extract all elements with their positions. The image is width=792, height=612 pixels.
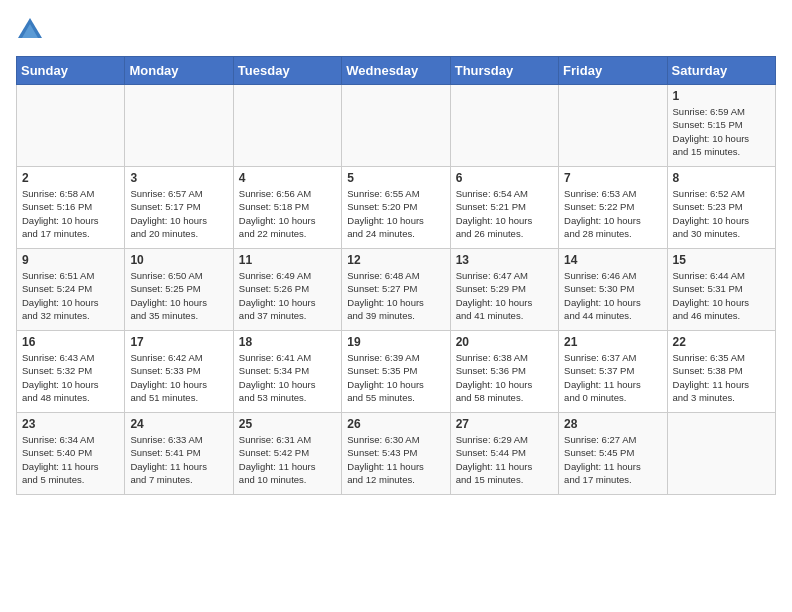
weekday-header: Tuesday xyxy=(233,57,341,85)
day-info: Sunrise: 6:39 AM Sunset: 5:35 PM Dayligh… xyxy=(347,351,444,404)
calendar-cell: 11Sunrise: 6:49 AM Sunset: 5:26 PM Dayli… xyxy=(233,249,341,331)
calendar-cell xyxy=(125,85,233,167)
day-info: Sunrise: 6:27 AM Sunset: 5:45 PM Dayligh… xyxy=(564,433,661,486)
day-number: 8 xyxy=(673,171,770,185)
calendar-cell: 7Sunrise: 6:53 AM Sunset: 5:22 PM Daylig… xyxy=(559,167,667,249)
day-number: 16 xyxy=(22,335,119,349)
day-info: Sunrise: 6:49 AM Sunset: 5:26 PM Dayligh… xyxy=(239,269,336,322)
day-info: Sunrise: 6:38 AM Sunset: 5:36 PM Dayligh… xyxy=(456,351,553,404)
day-info: Sunrise: 6:56 AM Sunset: 5:18 PM Dayligh… xyxy=(239,187,336,240)
day-info: Sunrise: 6:51 AM Sunset: 5:24 PM Dayligh… xyxy=(22,269,119,322)
day-number: 1 xyxy=(673,89,770,103)
logo xyxy=(16,16,48,44)
day-info: Sunrise: 6:57 AM Sunset: 5:17 PM Dayligh… xyxy=(130,187,227,240)
weekday-header: Monday xyxy=(125,57,233,85)
day-number: 7 xyxy=(564,171,661,185)
day-info: Sunrise: 6:29 AM Sunset: 5:44 PM Dayligh… xyxy=(456,433,553,486)
calendar-cell xyxy=(450,85,558,167)
day-number: 14 xyxy=(564,253,661,267)
calendar-cell: 21Sunrise: 6:37 AM Sunset: 5:37 PM Dayli… xyxy=(559,331,667,413)
day-number: 24 xyxy=(130,417,227,431)
weekday-header: Saturday xyxy=(667,57,775,85)
day-info: Sunrise: 6:54 AM Sunset: 5:21 PM Dayligh… xyxy=(456,187,553,240)
calendar-cell: 4Sunrise: 6:56 AM Sunset: 5:18 PM Daylig… xyxy=(233,167,341,249)
day-number: 11 xyxy=(239,253,336,267)
day-number: 17 xyxy=(130,335,227,349)
day-number: 28 xyxy=(564,417,661,431)
calendar-cell: 10Sunrise: 6:50 AM Sunset: 5:25 PM Dayli… xyxy=(125,249,233,331)
day-number: 23 xyxy=(22,417,119,431)
calendar-cell: 3Sunrise: 6:57 AM Sunset: 5:17 PM Daylig… xyxy=(125,167,233,249)
day-number: 2 xyxy=(22,171,119,185)
day-number: 5 xyxy=(347,171,444,185)
weekday-header: Friday xyxy=(559,57,667,85)
calendar-body: 1Sunrise: 6:59 AM Sunset: 5:15 PM Daylig… xyxy=(17,85,776,495)
calendar-cell: 18Sunrise: 6:41 AM Sunset: 5:34 PM Dayli… xyxy=(233,331,341,413)
calendar-week-row: 16Sunrise: 6:43 AM Sunset: 5:32 PM Dayli… xyxy=(17,331,776,413)
day-info: Sunrise: 6:53 AM Sunset: 5:22 PM Dayligh… xyxy=(564,187,661,240)
calendar-table: SundayMondayTuesdayWednesdayThursdayFrid… xyxy=(16,56,776,495)
day-number: 27 xyxy=(456,417,553,431)
day-info: Sunrise: 6:52 AM Sunset: 5:23 PM Dayligh… xyxy=(673,187,770,240)
day-number: 6 xyxy=(456,171,553,185)
day-info: Sunrise: 6:33 AM Sunset: 5:41 PM Dayligh… xyxy=(130,433,227,486)
day-info: Sunrise: 6:43 AM Sunset: 5:32 PM Dayligh… xyxy=(22,351,119,404)
day-number: 9 xyxy=(22,253,119,267)
day-info: Sunrise: 6:59 AM Sunset: 5:15 PM Dayligh… xyxy=(673,105,770,158)
day-info: Sunrise: 6:46 AM Sunset: 5:30 PM Dayligh… xyxy=(564,269,661,322)
calendar-cell: 16Sunrise: 6:43 AM Sunset: 5:32 PM Dayli… xyxy=(17,331,125,413)
day-number: 10 xyxy=(130,253,227,267)
day-info: Sunrise: 6:41 AM Sunset: 5:34 PM Dayligh… xyxy=(239,351,336,404)
calendar-cell: 28Sunrise: 6:27 AM Sunset: 5:45 PM Dayli… xyxy=(559,413,667,495)
calendar-cell xyxy=(667,413,775,495)
calendar-cell: 13Sunrise: 6:47 AM Sunset: 5:29 PM Dayli… xyxy=(450,249,558,331)
day-number: 19 xyxy=(347,335,444,349)
calendar-cell xyxy=(342,85,450,167)
calendar-cell: 12Sunrise: 6:48 AM Sunset: 5:27 PM Dayli… xyxy=(342,249,450,331)
day-number: 18 xyxy=(239,335,336,349)
calendar-cell: 26Sunrise: 6:30 AM Sunset: 5:43 PM Dayli… xyxy=(342,413,450,495)
calendar-cell: 24Sunrise: 6:33 AM Sunset: 5:41 PM Dayli… xyxy=(125,413,233,495)
day-number: 25 xyxy=(239,417,336,431)
day-info: Sunrise: 6:37 AM Sunset: 5:37 PM Dayligh… xyxy=(564,351,661,404)
calendar-week-row: 1Sunrise: 6:59 AM Sunset: 5:15 PM Daylig… xyxy=(17,85,776,167)
weekday-header: Sunday xyxy=(17,57,125,85)
weekday-header: Thursday xyxy=(450,57,558,85)
calendar-week-row: 2Sunrise: 6:58 AM Sunset: 5:16 PM Daylig… xyxy=(17,167,776,249)
day-number: 4 xyxy=(239,171,336,185)
calendar-cell xyxy=(559,85,667,167)
calendar-cell: 14Sunrise: 6:46 AM Sunset: 5:30 PM Dayli… xyxy=(559,249,667,331)
day-info: Sunrise: 6:50 AM Sunset: 5:25 PM Dayligh… xyxy=(130,269,227,322)
calendar-cell xyxy=(233,85,341,167)
calendar-cell: 2Sunrise: 6:58 AM Sunset: 5:16 PM Daylig… xyxy=(17,167,125,249)
calendar-cell xyxy=(17,85,125,167)
calendar-cell: 22Sunrise: 6:35 AM Sunset: 5:38 PM Dayli… xyxy=(667,331,775,413)
day-number: 22 xyxy=(673,335,770,349)
calendar-week-row: 23Sunrise: 6:34 AM Sunset: 5:40 PM Dayli… xyxy=(17,413,776,495)
calendar-cell: 8Sunrise: 6:52 AM Sunset: 5:23 PM Daylig… xyxy=(667,167,775,249)
day-number: 26 xyxy=(347,417,444,431)
day-info: Sunrise: 6:47 AM Sunset: 5:29 PM Dayligh… xyxy=(456,269,553,322)
calendar-cell: 25Sunrise: 6:31 AM Sunset: 5:42 PM Dayli… xyxy=(233,413,341,495)
day-info: Sunrise: 6:44 AM Sunset: 5:31 PM Dayligh… xyxy=(673,269,770,322)
logo-icon xyxy=(16,16,44,44)
day-info: Sunrise: 6:35 AM Sunset: 5:38 PM Dayligh… xyxy=(673,351,770,404)
day-info: Sunrise: 6:58 AM Sunset: 5:16 PM Dayligh… xyxy=(22,187,119,240)
day-info: Sunrise: 6:55 AM Sunset: 5:20 PM Dayligh… xyxy=(347,187,444,240)
calendar-cell: 15Sunrise: 6:44 AM Sunset: 5:31 PM Dayli… xyxy=(667,249,775,331)
calendar-cell: 23Sunrise: 6:34 AM Sunset: 5:40 PM Dayli… xyxy=(17,413,125,495)
page-header xyxy=(16,16,776,44)
weekday-header: Wednesday xyxy=(342,57,450,85)
calendar-cell: 27Sunrise: 6:29 AM Sunset: 5:44 PM Dayli… xyxy=(450,413,558,495)
day-number: 13 xyxy=(456,253,553,267)
day-info: Sunrise: 6:48 AM Sunset: 5:27 PM Dayligh… xyxy=(347,269,444,322)
calendar-cell: 20Sunrise: 6:38 AM Sunset: 5:36 PM Dayli… xyxy=(450,331,558,413)
day-info: Sunrise: 6:42 AM Sunset: 5:33 PM Dayligh… xyxy=(130,351,227,404)
calendar-cell: 17Sunrise: 6:42 AM Sunset: 5:33 PM Dayli… xyxy=(125,331,233,413)
calendar-cell: 9Sunrise: 6:51 AM Sunset: 5:24 PM Daylig… xyxy=(17,249,125,331)
day-number: 15 xyxy=(673,253,770,267)
day-info: Sunrise: 6:34 AM Sunset: 5:40 PM Dayligh… xyxy=(22,433,119,486)
day-info: Sunrise: 6:31 AM Sunset: 5:42 PM Dayligh… xyxy=(239,433,336,486)
day-number: 20 xyxy=(456,335,553,349)
calendar-cell: 5Sunrise: 6:55 AM Sunset: 5:20 PM Daylig… xyxy=(342,167,450,249)
